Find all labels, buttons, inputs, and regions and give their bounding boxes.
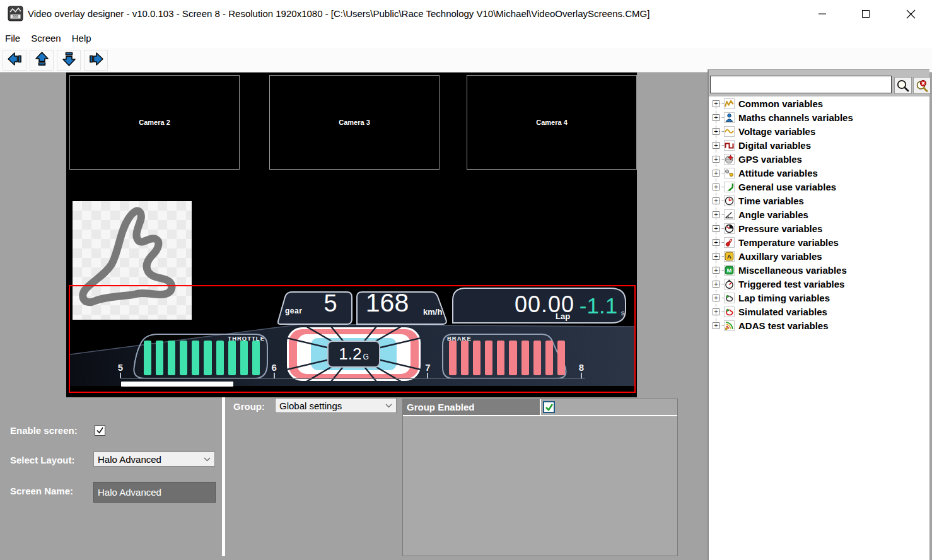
temperature-thermometer-icon [724,237,735,248]
group-enabled-checkbox[interactable] [543,401,555,413]
move-up-arrow-icon [33,50,50,69]
tree-item-label: Attitude variables [738,168,818,178]
minimize-button[interactable] [813,5,832,23]
lap-delta-value: -1.1 [574,293,623,318]
nav-right-arrow-button[interactable] [84,50,108,71]
dashboard-overlay-selection[interactable]: gear 5 168 km/h 00.00 Lap -1.1 s THROTTL… [69,285,636,393]
expand-plus-icon[interactable]: + [713,308,719,315]
group-label: Group: [233,401,265,412]
expand-plus-icon[interactable]: + [713,295,719,301]
tree-item-adas-test-variables[interactable]: +ADAS test variables [709,318,929,332]
nav-left-arrow-button[interactable] [3,50,26,71]
tree-stub-line [719,187,724,187]
ruler-tick [274,373,275,378]
close-button[interactable] [901,5,920,23]
menu-help[interactable]: Help [72,33,91,44]
video-overlay-designer-window: 888 Video overlay designer - v10.0.103 -… [0,0,932,560]
tree-item-label: Digital variables [738,140,811,151]
green-check-icon [545,403,554,412]
expand-plus-icon[interactable]: + [713,156,719,163]
group-dropdown[interactable]: Global settings [275,398,397,413]
screen-name-input[interactable] [93,482,216,503]
tree-item-label: Lap timing variables [738,293,830,303]
expand-plus-icon[interactable]: + [713,322,719,329]
menu-file[interactable]: File [5,33,20,44]
triggered-stopwatch-icon [724,279,735,289]
tree-stub-line [719,325,724,326]
general-arrow-icon [724,182,735,192]
ruler-baseline [121,378,585,379]
tree-item-auxillary-variables[interactable]: +AAuxillary variables [709,249,929,263]
expand-plus-icon[interactable]: + [713,142,719,149]
move-up-arrow-button[interactable] [30,50,54,71]
expand-plus-icon[interactable]: + [713,114,719,121]
tree-item-triggered-test-variables[interactable]: +Triggered test variables [709,277,929,291]
tree-stub-line [719,312,724,312]
menu-screen[interactable]: Screen [31,33,61,44]
tree-stub-line [719,131,724,132]
tree-item-attitude-variables[interactable]: +Attitude variables [709,166,929,180]
tree-stub-line [719,214,724,215]
expand-plus-icon[interactable]: + [713,225,719,232]
auxillary-icon: A [724,251,735,262]
maximize-button[interactable] [856,5,875,23]
angle-icon [724,209,735,220]
clear-search-button[interactable] [913,77,931,94]
pressure-gauge-icon [724,223,735,234]
tree-item-common-variables[interactable]: +Common variables [709,96,929,110]
enable-screen-checkbox[interactable] [95,425,105,436]
expand-plus-icon[interactable]: + [713,253,719,260]
camera-2-label: Camera 2 [139,119,170,126]
expand-plus-icon[interactable]: + [713,128,719,135]
simulated-track-icon [724,306,735,317]
camera-4-placeholder[interactable]: Camera 4 [467,75,637,170]
expand-plus-icon[interactable]: + [713,211,719,218]
tree-item-temperature-variables[interactable]: +Temperature variables [709,235,929,249]
check-icon [96,426,104,435]
tree-item-label: Angle variables [738,209,808,220]
ruler-number: 6 [271,363,276,373]
expand-plus-icon[interactable]: + [713,197,719,204]
tree-item-time-variables[interactable]: +Time variables [709,194,929,207]
design-canvas[interactable]: Camera 2 Camera 3 Camera 4 [66,73,637,397]
group-settings-table: Group Enabled [402,399,678,556]
app-logo-icon: 888 [8,6,23,21]
gear-label: gear [285,306,302,315]
expand-plus-icon[interactable]: + [713,184,719,190]
tree-item-angle-variables[interactable]: +Angle variables [709,207,929,221]
speed-unit: km/h [423,307,442,317]
adas-signal-icon [724,320,735,331]
move-down-arrow-button[interactable] [57,50,81,71]
tree-item-general-use-variables[interactable]: +General use variables [709,180,929,194]
camera-2-placeholder[interactable]: Camera 2 [69,75,240,170]
tree-item-lap-timing-variables[interactable]: +Lap timing variables [709,291,929,305]
select-layout-dropdown[interactable]: Halo Advanced [93,452,215,467]
tree-item-pressure-variables[interactable]: +Pressure variables [709,221,929,235]
expand-plus-icon[interactable]: + [713,170,719,177]
tree-item-maths-channels-variables[interactable]: +Maths channels variables [709,110,929,124]
camera-3-placeholder[interactable]: Camera 3 [269,75,440,170]
chevron-down-icon [204,457,211,462]
panel-divider [222,397,225,556]
tree-stub-line [719,173,724,173]
tree-item-digital-variables[interactable]: +Digital variables [709,138,929,152]
ruler-number: 5 [118,363,123,373]
tree-item-voltage-variables[interactable]: +Voltage variables [709,124,929,138]
chart-common-icon [724,98,735,109]
expand-plus-icon[interactable]: + [713,281,719,288]
tree-item-miscellaneous-variables[interactable]: +MMiscellaneous variables [709,263,929,277]
expand-plus-icon[interactable]: + [713,267,719,274]
search-input[interactable] [710,76,892,93]
search-button[interactable] [894,77,912,94]
expand-plus-icon[interactable]: + [713,100,719,107]
tree-stub-line [719,228,724,229]
tree-item-gps-variables[interactable]: +GPS variables [709,152,929,166]
chevron-down-icon [385,404,392,408]
group-table-header: Group Enabled [403,399,677,416]
tree-item-label: Miscellaneous variables [738,265,847,276]
tree-item-simulated-variables[interactable]: +Simulated variables [709,305,929,318]
tree-stub-line [719,284,724,284]
speed-value: 168 [352,288,422,318]
expand-plus-icon[interactable]: + [713,239,719,246]
g-unit: G [363,353,368,361]
